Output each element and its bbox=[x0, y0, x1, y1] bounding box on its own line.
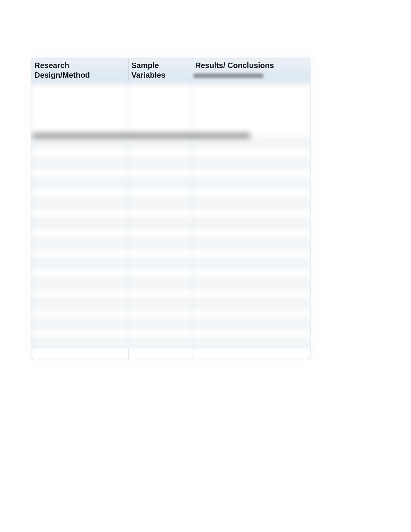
cell bbox=[31, 218, 128, 228]
cell bbox=[31, 249, 128, 259]
cell bbox=[128, 228, 192, 239]
cell bbox=[128, 188, 192, 198]
cell bbox=[31, 259, 128, 269]
cell bbox=[128, 339, 192, 349]
cell bbox=[128, 158, 192, 168]
table-row bbox=[31, 319, 310, 329]
table-row bbox=[31, 249, 310, 259]
research-table: Research Design/Method Sample Variables … bbox=[31, 58, 310, 359]
cell bbox=[128, 218, 192, 228]
table-row bbox=[31, 349, 310, 359]
cell bbox=[192, 188, 310, 198]
cell bbox=[128, 309, 192, 319]
cell bbox=[128, 319, 192, 329]
table-row bbox=[31, 228, 310, 239]
cell bbox=[31, 198, 128, 208]
cell bbox=[192, 289, 310, 299]
table-row bbox=[31, 239, 310, 249]
research-table-card: Research Design/Method Sample Variables … bbox=[31, 58, 310, 359]
cell bbox=[31, 319, 128, 329]
cell bbox=[192, 178, 310, 188]
cell bbox=[192, 208, 310, 218]
cell bbox=[192, 198, 310, 208]
cell bbox=[31, 279, 128, 289]
cell bbox=[31, 178, 128, 188]
cell bbox=[192, 138, 310, 148]
cell bbox=[192, 249, 310, 259]
cell bbox=[31, 339, 128, 349]
table-row bbox=[31, 309, 310, 319]
cell bbox=[31, 289, 128, 299]
cell bbox=[192, 228, 310, 239]
table-row bbox=[31, 178, 310, 188]
cell bbox=[31, 208, 128, 218]
cell bbox=[128, 198, 192, 208]
cell bbox=[128, 208, 192, 218]
cell bbox=[128, 138, 192, 148]
cell bbox=[192, 329, 310, 339]
cell bbox=[31, 239, 128, 249]
cell bbox=[128, 289, 192, 299]
table-row bbox=[31, 198, 310, 208]
cell bbox=[192, 299, 310, 309]
cell bbox=[31, 84, 128, 138]
table-row bbox=[31, 84, 310, 138]
cell bbox=[128, 168, 192, 178]
table-row bbox=[31, 148, 310, 158]
table-row bbox=[31, 329, 310, 339]
cell bbox=[192, 259, 310, 269]
table-row bbox=[31, 299, 310, 309]
cell bbox=[192, 239, 310, 249]
cell bbox=[128, 269, 192, 279]
table-header-row: Research Design/Method Sample Variables … bbox=[31, 58, 310, 84]
table-row bbox=[31, 168, 310, 178]
cell bbox=[192, 319, 310, 329]
document-page: Research Design/Method Sample Variables … bbox=[0, 0, 411, 532]
cell bbox=[128, 178, 192, 188]
cell bbox=[192, 339, 310, 349]
cell bbox=[128, 249, 192, 259]
table-row bbox=[31, 289, 310, 299]
table-row bbox=[31, 339, 310, 349]
cell bbox=[192, 269, 310, 279]
cell bbox=[128, 239, 192, 249]
cell bbox=[31, 188, 128, 198]
cell bbox=[128, 329, 192, 339]
cell bbox=[192, 218, 310, 228]
header-research-design: Research Design/Method bbox=[31, 58, 128, 84]
cell bbox=[31, 329, 128, 339]
table-row bbox=[31, 188, 310, 198]
table-row bbox=[31, 158, 310, 168]
header-sample-variables: Sample Variables bbox=[128, 58, 192, 84]
cell bbox=[128, 259, 192, 269]
cell bbox=[31, 158, 128, 168]
cell bbox=[31, 309, 128, 319]
cell bbox=[31, 138, 128, 148]
cell bbox=[192, 148, 310, 158]
table-row bbox=[31, 218, 310, 228]
cell bbox=[128, 84, 192, 138]
cell bbox=[31, 349, 128, 359]
cell bbox=[128, 349, 192, 359]
cell bbox=[192, 158, 310, 168]
table-row bbox=[31, 138, 310, 148]
cell bbox=[192, 168, 310, 178]
cell bbox=[31, 228, 128, 239]
header-results-conclusions: Results/ Conclusions bbox=[192, 58, 310, 84]
cell bbox=[128, 148, 192, 158]
cell bbox=[192, 309, 310, 319]
table-row bbox=[31, 269, 310, 279]
table-row bbox=[31, 208, 310, 218]
cell bbox=[192, 84, 310, 138]
cell bbox=[31, 269, 128, 279]
table-body bbox=[31, 84, 310, 359]
table-row bbox=[31, 259, 310, 269]
cell bbox=[31, 168, 128, 178]
cell bbox=[128, 299, 192, 309]
cell bbox=[31, 299, 128, 309]
cell bbox=[192, 279, 310, 289]
cell bbox=[31, 148, 128, 158]
cell bbox=[192, 349, 310, 359]
cell bbox=[128, 279, 192, 289]
table-row bbox=[31, 279, 310, 289]
